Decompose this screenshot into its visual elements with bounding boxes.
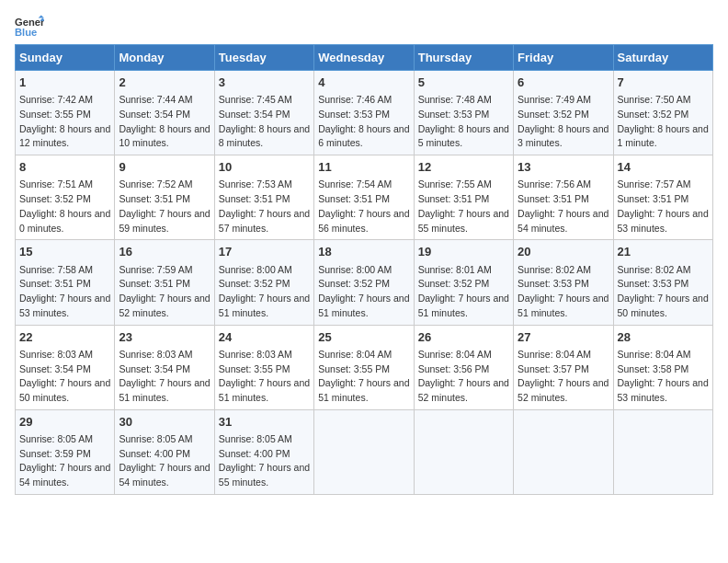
day-number: 24: [219, 329, 310, 346]
day-number: 17: [219, 244, 310, 260]
calendar-cell: 22Sunrise: 8:03 AMSunset: 3:54 PMDayligh…: [16, 325, 115, 409]
day-detail: Sunrise: 8:04 AMSunset: 3:55 PMDaylight:…: [318, 349, 409, 403]
calendar-cell: 4Sunrise: 7:46 AMSunset: 3:53 PMDaylight…: [314, 71, 414, 155]
calendar-cell: 23Sunrise: 8:03 AMSunset: 3:54 PMDayligh…: [115, 325, 214, 409]
day-number: 26: [418, 329, 509, 346]
day-number: 9: [119, 159, 210, 176]
day-detail: Sunrise: 7:59 AMSunset: 3:51 PMDaylight:…: [119, 264, 210, 318]
calendar-cell: 18Sunrise: 8:00 AMSunset: 3:52 PMDayligh…: [314, 240, 414, 325]
day-number: 22: [19, 329, 110, 346]
calendar-cell: 5Sunrise: 7:48 AMSunset: 3:53 PMDaylight…: [414, 71, 513, 155]
day-number: 25: [318, 329, 409, 346]
day-detail: Sunrise: 8:04 AMSunset: 3:58 PMDaylight:…: [618, 349, 709, 403]
day-detail: Sunrise: 7:54 AMSunset: 3:51 PMDaylight:…: [318, 178, 409, 233]
day-number: 6: [518, 75, 609, 91]
day-detail: Sunrise: 7:44 AMSunset: 3:54 PMDaylight:…: [119, 94, 210, 148]
calendar-cell: 3Sunrise: 7:45 AMSunset: 3:54 PMDaylight…: [214, 71, 313, 155]
calendar-cell: 16Sunrise: 7:59 AMSunset: 3:51 PMDayligh…: [115, 240, 214, 325]
col-header-saturday: Saturday: [613, 45, 712, 71]
day-detail: Sunrise: 8:04 AMSunset: 3:56 PMDaylight:…: [418, 349, 509, 403]
day-detail: Sunrise: 8:00 AMSunset: 3:52 PMDaylight:…: [318, 264, 409, 318]
col-header-friday: Friday: [514, 45, 613, 71]
day-detail: Sunrise: 7:57 AMSunset: 3:51 PMDaylight:…: [618, 178, 709, 233]
calendar-cell: [314, 409, 414, 494]
day-detail: Sunrise: 7:51 AMSunset: 3:52 PMDaylight:…: [19, 178, 110, 233]
calendar-cell: [414, 409, 513, 494]
day-number: 2: [119, 75, 210, 91]
day-number: 14: [618, 159, 709, 176]
calendar-cell: 8Sunrise: 7:51 AMSunset: 3:52 PMDaylight…: [16, 155, 115, 240]
week-row-3: 15Sunrise: 7:58 AMSunset: 3:51 PMDayligh…: [16, 240, 713, 325]
day-number: 15: [19, 244, 110, 260]
calendar-cell: 28Sunrise: 8:04 AMSunset: 3:58 PMDayligh…: [613, 325, 712, 409]
calendar-cell: 25Sunrise: 8:04 AMSunset: 3:55 PMDayligh…: [314, 325, 414, 409]
logo: General Blue: [15, 15, 48, 40]
day-number: 30: [119, 414, 210, 431]
calendar-cell: 26Sunrise: 8:04 AMSunset: 3:56 PMDayligh…: [414, 325, 513, 409]
day-detail: Sunrise: 7:49 AMSunset: 3:52 PMDaylight:…: [518, 94, 609, 148]
day-detail: Sunrise: 8:05 AMSunset: 4:00 PMDaylight:…: [119, 433, 210, 488]
day-number: 23: [119, 329, 210, 346]
day-number: 12: [418, 159, 509, 176]
calendar-cell: 2Sunrise: 7:44 AMSunset: 3:54 PMDaylight…: [115, 71, 214, 155]
calendar-cell: 11Sunrise: 7:54 AMSunset: 3:51 PMDayligh…: [314, 155, 414, 240]
day-detail: Sunrise: 7:46 AMSunset: 3:53 PMDaylight:…: [318, 94, 409, 148]
day-number: 7: [618, 75, 709, 91]
day-number: 5: [418, 75, 509, 91]
calendar-cell: 6Sunrise: 7:49 AMSunset: 3:52 PMDaylight…: [514, 71, 613, 155]
col-header-monday: Monday: [115, 45, 214, 71]
calendar-cell: 13Sunrise: 7:56 AMSunset: 3:51 PMDayligh…: [514, 155, 613, 240]
day-detail: Sunrise: 7:58 AMSunset: 3:51 PMDaylight:…: [19, 264, 110, 318]
day-detail: Sunrise: 7:48 AMSunset: 3:53 PMDaylight:…: [418, 94, 509, 148]
logo-icon: General Blue: [15, 15, 44, 40]
col-header-sunday: Sunday: [16, 45, 115, 71]
day-detail: Sunrise: 7:53 AMSunset: 3:51 PMDaylight:…: [219, 178, 310, 233]
day-detail: Sunrise: 8:03 AMSunset: 3:54 PMDaylight:…: [19, 349, 110, 403]
header: General Blue: [15, 15, 713, 40]
day-detail: Sunrise: 7:45 AMSunset: 3:54 PMDaylight:…: [219, 94, 310, 148]
col-header-wednesday: Wednesday: [314, 45, 414, 71]
calendar-body: 1Sunrise: 7:42 AMSunset: 3:55 PMDaylight…: [16, 71, 713, 495]
day-detail: Sunrise: 7:50 AMSunset: 3:52 PMDaylight:…: [618, 94, 709, 148]
day-detail: Sunrise: 8:03 AMSunset: 3:55 PMDaylight:…: [219, 349, 310, 403]
calendar-cell: [514, 409, 613, 494]
day-number: 27: [518, 329, 609, 346]
day-number: 16: [119, 244, 210, 260]
day-detail: Sunrise: 8:01 AMSunset: 3:52 PMDaylight:…: [418, 264, 509, 318]
calendar-header-row: SundayMondayTuesdayWednesdayThursdayFrid…: [16, 45, 713, 71]
day-number: 20: [518, 244, 609, 260]
day-detail: Sunrise: 8:03 AMSunset: 3:54 PMDaylight:…: [119, 349, 210, 403]
calendar-cell: 12Sunrise: 7:55 AMSunset: 3:51 PMDayligh…: [414, 155, 513, 240]
calendar-cell: [613, 409, 712, 494]
calendar-cell: 27Sunrise: 8:04 AMSunset: 3:57 PMDayligh…: [514, 325, 613, 409]
day-detail: Sunrise: 8:04 AMSunset: 3:57 PMDaylight:…: [518, 349, 609, 403]
day-number: 31: [219, 414, 310, 431]
day-number: 29: [19, 414, 110, 431]
day-number: 13: [518, 159, 609, 176]
col-header-thursday: Thursday: [414, 45, 513, 71]
calendar-cell: 15Sunrise: 7:58 AMSunset: 3:51 PMDayligh…: [16, 240, 115, 325]
day-number: 10: [219, 159, 310, 176]
day-detail: Sunrise: 7:55 AMSunset: 3:51 PMDaylight:…: [418, 178, 509, 233]
day-detail: Sunrise: 8:05 AMSunset: 4:00 PMDaylight:…: [219, 433, 310, 488]
day-detail: Sunrise: 8:02 AMSunset: 3:53 PMDaylight:…: [518, 264, 609, 318]
day-number: 3: [219, 75, 310, 91]
day-detail: Sunrise: 7:42 AMSunset: 3:55 PMDaylight:…: [19, 94, 110, 148]
calendar-cell: 29Sunrise: 8:05 AMSunset: 3:59 PMDayligh…: [16, 409, 115, 494]
day-number: 8: [19, 159, 110, 176]
calendar-cell: 1Sunrise: 7:42 AMSunset: 3:55 PMDaylight…: [16, 71, 115, 155]
calendar-cell: 30Sunrise: 8:05 AMSunset: 4:00 PMDayligh…: [115, 409, 214, 494]
col-header-tuesday: Tuesday: [214, 45, 313, 71]
day-number: 11: [318, 159, 409, 176]
calendar-cell: 31Sunrise: 8:05 AMSunset: 4:00 PMDayligh…: [214, 409, 313, 494]
calendar-cell: 14Sunrise: 7:57 AMSunset: 3:51 PMDayligh…: [613, 155, 712, 240]
day-number: 4: [318, 75, 409, 91]
day-number: 1: [19, 75, 110, 91]
calendar-table: SundayMondayTuesdayWednesdayThursdayFrid…: [15, 44, 713, 495]
calendar-cell: 19Sunrise: 8:01 AMSunset: 3:52 PMDayligh…: [414, 240, 513, 325]
calendar-cell: 24Sunrise: 8:03 AMSunset: 3:55 PMDayligh…: [214, 325, 313, 409]
week-row-4: 22Sunrise: 8:03 AMSunset: 3:54 PMDayligh…: [16, 325, 713, 409]
day-number: 19: [418, 244, 509, 260]
calendar-cell: 21Sunrise: 8:02 AMSunset: 3:53 PMDayligh…: [613, 240, 712, 325]
day-detail: Sunrise: 7:52 AMSunset: 3:51 PMDaylight:…: [119, 178, 210, 233]
